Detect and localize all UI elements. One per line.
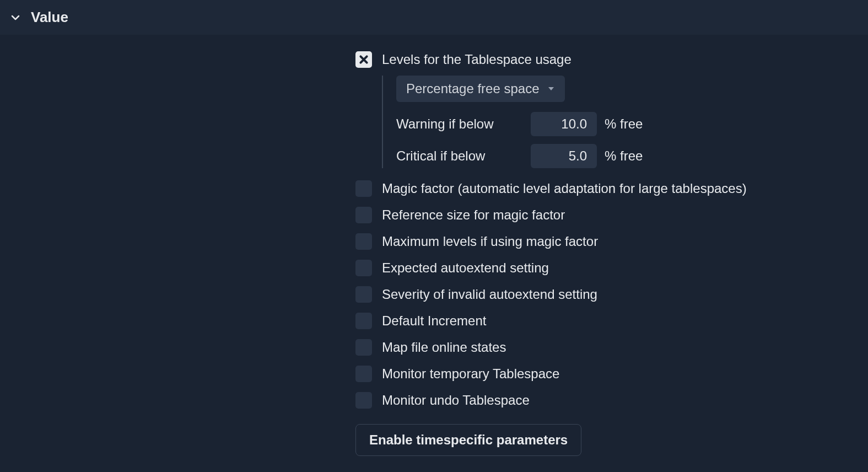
option-label: Monitor temporary Tablespace <box>382 366 559 382</box>
checkbox[interactable] <box>355 180 372 197</box>
content-area: Levels for the Tablespace usage Percenta… <box>0 35 868 472</box>
option-label: Reference size for magic factor <box>382 207 565 223</box>
checkbox[interactable] <box>355 286 372 303</box>
option-severity-invalid-autoextend: Severity of invalid autoextend setting <box>355 286 868 303</box>
options-list: Magic factor (automatic level adaptation… <box>355 180 868 413</box>
checkbox[interactable] <box>355 366 372 382</box>
warning-label: Warning if below <box>396 116 523 132</box>
checkbox[interactable] <box>355 313 372 329</box>
option-label: Maximum levels if using magic factor <box>382 234 598 249</box>
levels-option-row: Levels for the Tablespace usage <box>355 51 868 68</box>
warning-row: Warning if below % free <box>396 112 868 136</box>
levels-nested-block: Percentage free space Warning if below %… <box>382 76 868 168</box>
levels-label: Levels for the Tablespace usage <box>382 52 572 67</box>
dropdown-value: Percentage free space <box>406 81 540 96</box>
section-header[interactable]: Value <box>0 0 868 35</box>
warning-unit: % free <box>605 116 643 132</box>
chevron-down-icon <box>11 13 20 22</box>
critical-row: Critical if below % free <box>396 144 868 168</box>
option-label: Expected autoextend setting <box>382 260 549 276</box>
option-expected-autoextend: Expected autoextend setting <box>355 260 868 276</box>
option-map-file-online: Map file online states <box>355 339 868 356</box>
option-magic-factor: Magic factor (automatic level adaptation… <box>355 180 868 197</box>
svg-marker-0 <box>548 87 554 90</box>
checkbox[interactable] <box>355 392 372 409</box>
option-label: Magic factor (automatic level adaptation… <box>382 181 747 196</box>
checkbox[interactable] <box>355 207 372 223</box>
option-monitor-temporary: Monitor temporary Tablespace <box>355 366 868 382</box>
checkbox[interactable] <box>355 233 372 250</box>
warning-input[interactable] <box>531 112 597 136</box>
levels-checkbox[interactable] <box>355 51 372 68</box>
option-maximum-levels: Maximum levels if using magic factor <box>355 233 868 250</box>
section-title: Value <box>31 9 68 26</box>
option-label: Monitor undo Tablespace <box>382 393 530 408</box>
option-monitor-undo: Monitor undo Tablespace <box>355 392 868 409</box>
checkbox[interactable] <box>355 339 372 356</box>
checkbox[interactable] <box>355 260 372 276</box>
option-label: Map file online states <box>382 340 506 355</box>
critical-input[interactable] <box>531 144 597 168</box>
critical-unit: % free <box>605 148 643 164</box>
critical-label: Critical if below <box>396 148 523 164</box>
close-x-icon <box>359 55 369 65</box>
option-reference-size: Reference size for magic factor <box>355 207 868 223</box>
option-label: Default Increment <box>382 313 486 329</box>
option-default-increment: Default Increment <box>355 313 868 329</box>
caret-down-icon <box>547 86 555 92</box>
option-label: Severity of invalid autoextend setting <box>382 287 597 302</box>
enable-timespecific-button[interactable]: Enable timespecific parameters <box>355 424 581 456</box>
levels-mode-dropdown[interactable]: Percentage free space <box>396 76 565 102</box>
